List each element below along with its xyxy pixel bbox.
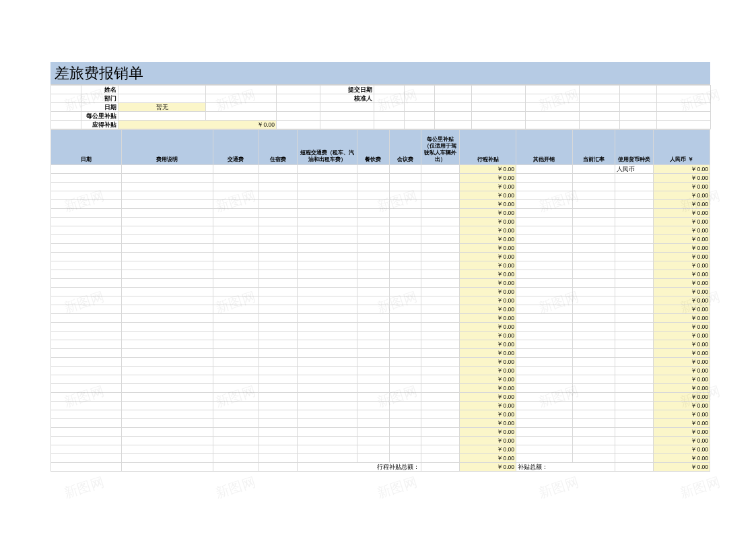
cell[interactable] [51, 209, 122, 218]
cell[interactable] [516, 437, 572, 445]
cell[interactable] [572, 270, 615, 279]
cell[interactable] [615, 235, 654, 244]
cell[interactable] [121, 349, 213, 358]
cell[interactable] [121, 305, 213, 314]
cell[interactable] [516, 419, 572, 428]
cell[interactable] [615, 314, 654, 323]
cell[interactable] [572, 279, 615, 288]
cell[interactable] [298, 296, 357, 305]
cell[interactable] [389, 253, 421, 261]
cell[interactable] [357, 332, 389, 340]
cell[interactable] [259, 375, 298, 384]
cell[interactable] [615, 253, 654, 261]
cell[interactable] [421, 165, 460, 174]
cell[interactable] [121, 235, 213, 244]
cell[interactable] [421, 253, 460, 261]
cell[interactable] [516, 314, 572, 323]
cell[interactable] [357, 174, 389, 183]
cell[interactable] [357, 454, 389, 463]
cell[interactable] [213, 165, 259, 174]
cell[interactable] [51, 183, 122, 191]
cell[interactable] [516, 454, 572, 463]
cell[interactable] [615, 393, 654, 402]
cell[interactable] [572, 454, 615, 463]
cell[interactable] [421, 402, 460, 410]
cell[interactable] [213, 253, 259, 261]
cell[interactable] [357, 358, 389, 367]
cell[interactable] [51, 270, 122, 279]
cell[interactable] [259, 314, 298, 323]
cell[interactable] [357, 226, 389, 235]
cell[interactable] [259, 332, 298, 340]
cell[interactable] [51, 226, 122, 235]
cell[interactable] [259, 358, 298, 367]
cell[interactable] [298, 288, 357, 296]
cell[interactable] [516, 279, 572, 288]
cell[interactable] [389, 410, 421, 419]
cell[interactable] [615, 332, 654, 340]
cell[interactable] [615, 261, 654, 270]
cell[interactable] [572, 296, 615, 305]
cell[interactable] [615, 402, 654, 410]
cell[interactable] [51, 174, 122, 183]
cell[interactable] [298, 437, 357, 445]
cell[interactable] [213, 209, 259, 218]
cell[interactable] [615, 454, 654, 463]
cell[interactable] [259, 349, 298, 358]
cell[interactable] [516, 174, 572, 183]
cell[interactable] [121, 253, 213, 261]
cell[interactable] [421, 288, 460, 296]
cell[interactable] [421, 305, 460, 314]
cell[interactable] [516, 218, 572, 226]
cell[interactable] [51, 375, 122, 384]
cell[interactable] [572, 375, 615, 384]
cell[interactable] [357, 445, 389, 454]
cell[interactable] [51, 332, 122, 340]
cell[interactable] [121, 393, 213, 402]
cell[interactable] [259, 428, 298, 437]
cell[interactable] [213, 296, 259, 305]
cell[interactable] [298, 174, 357, 183]
cell[interactable] [259, 200, 298, 209]
cell[interactable] [572, 226, 615, 235]
cell[interactable] [615, 174, 654, 183]
cell[interactable] [213, 410, 259, 419]
cell[interactable] [213, 200, 259, 209]
cell[interactable]: 人民币 [615, 165, 654, 174]
cell[interactable] [572, 209, 615, 218]
cell[interactable] [572, 384, 615, 393]
cell[interactable] [389, 428, 421, 437]
cell[interactable] [572, 445, 615, 454]
perkm-field[interactable] [118, 112, 206, 121]
cell[interactable] [389, 349, 421, 358]
cell[interactable] [121, 367, 213, 375]
cell[interactable] [213, 340, 259, 349]
cell[interactable] [421, 270, 460, 279]
cell[interactable] [298, 402, 357, 410]
cell[interactable] [615, 375, 654, 384]
cell[interactable] [259, 454, 298, 463]
cell[interactable] [298, 419, 357, 428]
cell[interactable] [121, 270, 213, 279]
cell[interactable] [121, 445, 213, 454]
cell[interactable] [357, 270, 389, 279]
cell[interactable] [259, 270, 298, 279]
cell[interactable] [298, 410, 357, 419]
cell[interactable] [615, 340, 654, 349]
cell[interactable] [121, 174, 213, 183]
cell[interactable] [389, 191, 421, 200]
cell[interactable] [51, 218, 122, 226]
cell[interactable] [357, 253, 389, 261]
cell[interactable] [51, 235, 122, 244]
cell[interactable] [213, 393, 259, 402]
cell[interactable] [357, 375, 389, 384]
cell[interactable] [298, 200, 357, 209]
cell[interactable] [213, 226, 259, 235]
cell[interactable] [298, 393, 357, 402]
cell[interactable] [615, 305, 654, 314]
cell[interactable] [298, 261, 357, 270]
cell[interactable] [516, 244, 572, 253]
cell[interactable] [572, 428, 615, 437]
cell[interactable] [259, 419, 298, 428]
cell[interactable] [121, 384, 213, 393]
